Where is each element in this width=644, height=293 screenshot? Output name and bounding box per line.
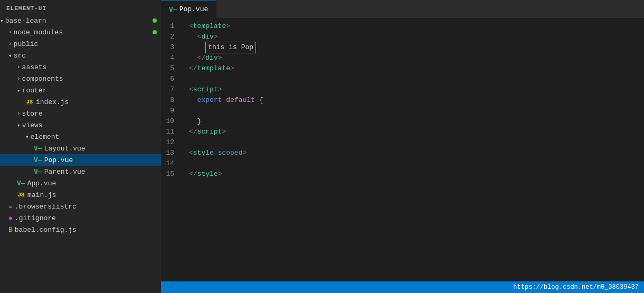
line-number: 13 <box>161 148 179 158</box>
vue-file-icon: V̶ <box>34 167 42 176</box>
tree-item-label: public <box>14 40 161 48</box>
status-bar: https://blog.csdn.net/m0_38039437 <box>161 281 644 293</box>
folder-arrow-icon: ▾ <box>17 122 21 129</box>
code-line <box>185 106 644 116</box>
main-layout: ELEMENT-UI ▾ base-learn› node_modules› p… <box>0 0 644 293</box>
code-token <box>214 148 218 158</box>
folder-arrow-icon: ▾ <box>8 52 12 59</box>
code-body: 123456789101112131415 <template> <div> t… <box>161 18 644 281</box>
tree-item-store[interactable]: › store <box>0 108 161 119</box>
code-token: > <box>242 148 247 158</box>
code-token: script <box>193 84 218 95</box>
tree-item-label: main.js <box>27 191 161 199</box>
vue-file-icon: V̶ <box>34 144 42 153</box>
code-token: < <box>197 32 202 42</box>
folder-arrow-icon: ▾ <box>0 17 4 24</box>
line-number: 2 <box>161 32 179 42</box>
tree-item-label: router <box>22 87 161 94</box>
folder-arrow-icon: › <box>8 41 12 47</box>
code-content[interactable]: <template> <div> this is Pop </div></tem… <box>185 21 644 279</box>
code-line: </div> <box>185 53 644 63</box>
code-line: } <box>185 116 644 127</box>
code-token: > <box>226 21 230 32</box>
tree-item-src[interactable]: ▾ src <box>0 50 161 61</box>
tree-item-main-js[interactable]: JSmain.js <box>0 189 161 201</box>
line-number: 9 <box>161 106 179 116</box>
code-token: </ <box>189 169 197 179</box>
code-line: export default { <box>185 95 644 106</box>
tree-item-label: src <box>14 52 161 60</box>
tree-item-components[interactable]: › components <box>0 73 161 84</box>
folder-arrow-icon: › <box>17 75 21 82</box>
code-token: export <box>197 95 222 106</box>
code-token: div <box>201 32 213 42</box>
eq-icon: ≡ <box>8 203 13 211</box>
tree-item-App-vue[interactable]: V̶ App.vue <box>0 177 161 189</box>
tree-item-element[interactable]: ▾ element <box>0 131 161 143</box>
line-number: 6 <box>161 74 179 84</box>
tree-item-views[interactable]: ▾ views <box>0 119 161 131</box>
highlighted-text: this is Pop <box>205 42 256 53</box>
folder-arrow-icon: › <box>17 64 21 70</box>
code-token: scoped <box>218 148 243 158</box>
tree-item-Pop-vue[interactable]: V̶ Pop.vue <box>0 154 161 166</box>
tree-item-label: .gitignore <box>15 214 161 222</box>
code-token: < <box>189 21 193 32</box>
code-line: <script> <box>185 84 644 95</box>
tree-item-node_modules[interactable]: › node_modules <box>0 26 161 38</box>
line-number: 12 <box>161 137 179 148</box>
tree-item-label: index.js <box>36 98 161 106</box>
line-number: 14 <box>161 158 179 169</box>
line-number: 1 <box>161 21 179 32</box>
editor-area: V̶ Pop.vue 123456789101112131415 <templa… <box>161 0 644 293</box>
line-number: 11 <box>161 127 179 137</box>
tree-item-label: babel.config.js <box>15 226 161 234</box>
sidebar: ELEMENT-UI ▾ base-learn› node_modules› p… <box>0 0 161 293</box>
tree-item-browserslistrc[interactable]: ≡ .browserslistrc <box>0 201 161 212</box>
line-number: 10 <box>161 116 179 127</box>
tree-item-Parent-vue[interactable]: V̶ Parent.vue <box>0 166 161 177</box>
code-token: { <box>255 95 263 106</box>
tree-item-base-learn[interactable]: ▾ base-learn <box>0 15 161 26</box>
code-line <box>185 158 644 169</box>
code-token: < <box>189 84 193 95</box>
tree-item-label: .browserslistrc <box>15 203 161 211</box>
status-url: https://blog.csdn.net/m0_38039437 <box>513 283 639 291</box>
line-number: 15 <box>161 169 179 179</box>
active-tab[interactable]: V̶ Pop.vue <box>161 0 216 18</box>
sidebar-title: ELEMENT-UI <box>0 2 161 15</box>
code-token: style <box>197 169 218 179</box>
vue-file-icon: V̶ <box>17 179 25 187</box>
js-file-icon: JS <box>25 99 34 105</box>
tree-item-assets[interactable]: › assets <box>0 61 161 73</box>
code-token: div <box>205 53 217 63</box>
line-number: 8 <box>161 95 179 106</box>
tree-item-index-js[interactable]: JSindex.js <box>0 96 161 108</box>
tree-item-gitignore[interactable]: ◆ .gitignore <box>0 212 161 224</box>
code-line: <template> <box>185 21 644 32</box>
folder-arrow-icon: ▾ <box>17 87 21 94</box>
code-token: > <box>218 53 222 63</box>
folder-arrow-icon: › <box>8 29 12 35</box>
tree-item-public[interactable]: › public <box>0 38 161 50</box>
tree-item-router[interactable]: ▾ router <box>0 84 161 96</box>
code-token: style <box>193 148 214 158</box>
line-number: 3 <box>161 42 179 53</box>
vue-file-icon: V̶ <box>34 156 42 164</box>
code-line: </script> <box>185 127 644 137</box>
code-line <box>185 74 644 84</box>
code-token: template <box>197 63 230 74</box>
tree-item-label: assets <box>22 63 161 71</box>
code-line: </template> <box>185 63 644 74</box>
code-token: > <box>222 127 226 137</box>
code-token: script <box>197 127 222 137</box>
tree-item-Layout-vue[interactable]: V̶ Layout.vue <box>0 143 161 154</box>
line-number: 5 <box>161 63 179 74</box>
tree-item-babel-config[interactable]: B babel.config.js <box>0 224 161 235</box>
code-token: > <box>214 32 218 42</box>
diamond-icon: ◆ <box>8 214 13 222</box>
code-token: } <box>189 116 201 127</box>
tab-bar: V̶ Pop.vue <box>161 0 644 18</box>
vue-tab-icon: V̶ <box>169 5 177 14</box>
file-tree: ▾ base-learn› node_modules› public▾ src›… <box>0 15 161 235</box>
